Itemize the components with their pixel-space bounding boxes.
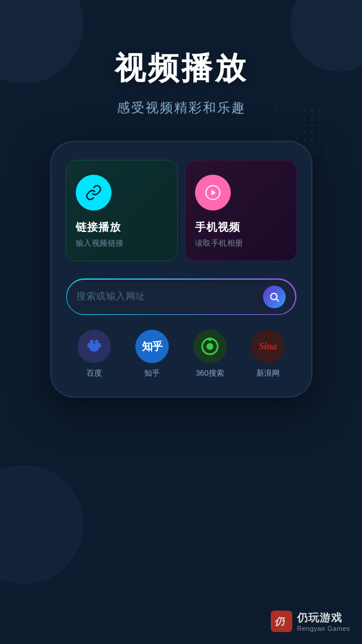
search-button[interactable] [263,286,286,308]
svg-point-8 [95,340,98,344]
quick-link-baidu[interactable]: 百度 [78,330,111,379]
baidu-label: 百度 [86,368,102,379]
quick-links-container: 百度 知乎 知乎 360搜索 Sina [66,330,297,379]
search-placeholder: 搜索或输入网址 [76,290,263,303]
phone-video-subtitle: 读取手机相册 [195,238,243,249]
svg-marker-1 [211,190,215,195]
sina-label: 新浪网 [256,368,280,379]
bg-decoration-circle-bl [0,465,83,584]
watermark-cn: 仍玩游戏 [297,611,350,625]
quick-link-360[interactable]: 360搜索 [193,330,227,379]
zhihu-icon: 知乎 [135,330,169,363]
page-title: 视频播放 [115,48,248,89]
watermark: 仍 仍玩游戏 Rengyan Games [271,611,350,632]
phone-video-card[interactable]: 手机视频 读取手机相册 [185,160,297,261]
link-play-icon [76,175,112,210]
phone-video-icon [195,175,231,210]
quick-link-zhihu[interactable]: 知乎 知乎 [135,330,169,379]
phone-video-title: 手机视频 [195,220,240,234]
sina-icon: Sina [251,330,284,363]
svg-point-7 [90,340,94,344]
watermark-logo: 仍 [271,611,292,632]
icon-360-label: 360搜索 [196,368,224,379]
watermark-text: 仍玩游戏 Rengyan Games [297,611,350,632]
link-play-title: 链接播放 [76,220,121,234]
svg-line-3 [276,299,279,301]
search-bar[interactable]: 搜索或输入网址 [66,278,297,315]
svg-point-2 [271,293,277,300]
svg-text:仍: 仍 [274,616,285,627]
quick-link-sina[interactable]: Sina 新浪网 [251,330,284,379]
icon-360 [193,330,227,363]
baidu-icon [78,330,111,363]
svg-point-10 [206,343,214,350]
page-subtitle: 感受视频精彩和乐趣 [117,99,246,117]
link-play-card[interactable]: 链接播放 输入视频链接 [66,160,178,261]
zhihu-label: 知乎 [144,368,160,379]
link-play-subtitle: 输入视频链接 [76,238,124,249]
phone-mockup: 链接播放 输入视频链接 手机视频 读取手机相册 搜索或输入网址 [50,141,313,398]
svg-point-11 [208,338,212,341]
page-content: 视频播放 感受视频精彩和乐趣 链接播放 输入视频链接 [0,0,362,398]
watermark-en: Rengyan Games [297,625,350,632]
feature-cards-container: 链接播放 输入视频链接 手机视频 读取手机相册 [66,160,297,261]
